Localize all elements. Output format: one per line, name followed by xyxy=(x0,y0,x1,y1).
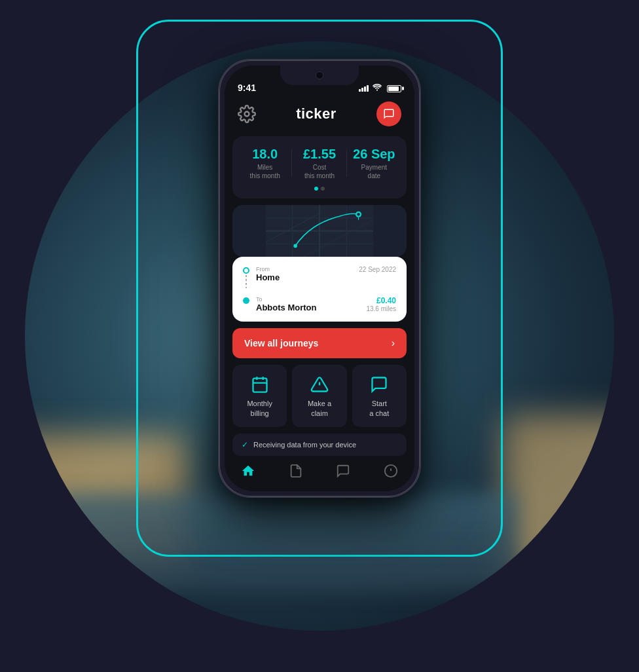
camera-notch xyxy=(316,71,323,79)
journey-miles: 13.6 miles xyxy=(366,305,396,312)
stat-payment-label: Payment date xyxy=(351,163,397,180)
view-all-journeys-button[interactable]: View all journeys › xyxy=(232,328,407,358)
status-icons xyxy=(359,84,401,93)
stat-cost: £1.55 Cost this month xyxy=(292,147,346,180)
journey-from-dot-col xyxy=(243,266,249,289)
journey-from-place: Home xyxy=(256,272,359,282)
signal-bar-1 xyxy=(359,89,361,92)
phone-wrapper: 9:41 xyxy=(218,59,421,498)
nav-home[interactable] xyxy=(241,464,255,478)
journey-to-meta: £0.40 13.6 miles xyxy=(366,296,396,312)
dot-1 xyxy=(314,187,318,191)
dots-indicator xyxy=(238,187,401,191)
phone-notch xyxy=(280,65,359,85)
journey-to-dot-col xyxy=(243,296,249,304)
journey-from-info: From Home xyxy=(256,266,359,282)
journey-date: 22 Sep 2022 xyxy=(359,266,396,273)
view-all-text: View all journeys xyxy=(244,338,318,348)
bg-blur-table xyxy=(58,493,516,591)
stat-cost-value: £1.55 xyxy=(296,147,342,162)
journey-dashes xyxy=(246,275,247,288)
svg-rect-14 xyxy=(253,379,266,392)
journey-to-row: To Abbots Morton £0.40 13.6 miles xyxy=(243,296,396,312)
action-make-claim[interactable]: Make aclaim xyxy=(292,365,346,427)
journey-from-row: From Home 22 Sep 2022 xyxy=(243,266,396,289)
status-strip: ✓ Receiving data from your device xyxy=(232,434,407,456)
bg-blur-right xyxy=(503,415,614,578)
phone-device: 9:41 xyxy=(218,59,421,498)
make-claim-label: Make aclaim xyxy=(308,399,331,418)
signal-bar-2 xyxy=(361,88,363,92)
home-icon xyxy=(241,464,255,478)
stats-section: 18.0 Miles this month £1.55 Cost xyxy=(232,136,407,198)
signal-bars xyxy=(359,85,369,92)
svg-point-10 xyxy=(293,244,297,248)
bottom-nav xyxy=(225,456,414,491)
map-svg xyxy=(232,205,407,257)
signal-bar-3 xyxy=(364,86,366,92)
check-icon: ✓ xyxy=(242,440,248,449)
stat-cost-label: Cost this month xyxy=(296,163,342,180)
stat-payment: 26 Sep Payment date xyxy=(347,147,401,180)
journey-from-meta: 22 Sep 2022 xyxy=(359,266,396,273)
scene: 9:41 xyxy=(0,0,639,672)
stats-row: 18.0 Miles this month £1.55 Cost xyxy=(238,147,401,180)
message-icon xyxy=(336,464,350,478)
stat-miles-value: 18.0 xyxy=(242,147,288,162)
nav-message[interactable] xyxy=(336,464,350,478)
signal-bar-4 xyxy=(367,85,369,92)
wifi-icon xyxy=(373,84,382,93)
status-strip-text: Receiving data from your device xyxy=(253,441,356,449)
svg-point-0 xyxy=(245,112,249,117)
action-start-chat[interactable]: Starta chat xyxy=(352,365,407,427)
map-section xyxy=(232,205,407,257)
journey-to-dot xyxy=(243,297,249,304)
settings-icon[interactable] xyxy=(238,105,256,123)
chat-bubble-icon xyxy=(369,374,390,395)
phone-screen: 9:41 xyxy=(225,65,414,491)
journey-from-label: From xyxy=(256,266,359,272)
journey-from-dot xyxy=(243,267,249,274)
monthly-billing-label: Monthlybilling xyxy=(247,399,272,418)
warning-icon xyxy=(309,374,330,395)
svg-point-12 xyxy=(357,213,360,216)
app-content: ticker 18.0 Mi xyxy=(225,65,414,491)
header-chat-button[interactable] xyxy=(376,102,401,126)
stat-payment-value: 26 Sep xyxy=(351,147,397,162)
calendar-icon xyxy=(249,374,270,395)
status-time: 9:41 xyxy=(238,83,256,93)
document-icon xyxy=(289,464,303,478)
action-monthly-billing[interactable]: Monthlybilling xyxy=(232,365,287,427)
stat-miles: 18.0 Miles this month xyxy=(238,147,292,180)
journey-card: From Home 22 Sep 2022 xyxy=(232,257,407,322)
alert-icon xyxy=(384,464,398,478)
journey-to-info: To Abbots Morton xyxy=(256,296,366,312)
journey-cost: £0.40 xyxy=(366,296,396,305)
quick-actions: Monthlybilling Make aclaim xyxy=(232,365,407,427)
chevron-right-icon: › xyxy=(392,337,395,349)
journey-to-label: To xyxy=(256,296,366,303)
app-title: ticker xyxy=(296,105,337,122)
dot-2 xyxy=(321,187,325,191)
journey-to-place: Abbots Morton xyxy=(256,303,366,312)
stat-miles-label: Miles this month xyxy=(242,163,288,180)
nav-alert[interactable] xyxy=(384,464,398,478)
nav-document[interactable] xyxy=(289,464,303,478)
start-chat-label: Starta chat xyxy=(369,399,389,418)
battery-icon xyxy=(387,85,401,92)
